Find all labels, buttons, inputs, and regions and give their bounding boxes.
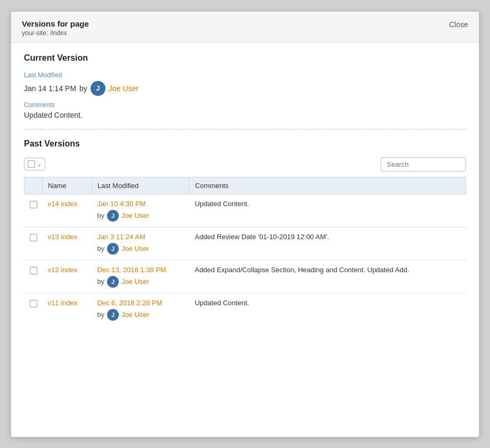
row-checkbox[interactable]: [30, 234, 37, 241]
current-version-title: Current Version: [24, 53, 466, 63]
row-modified-date: Jan 10 4:30 PM: [97, 200, 184, 208]
by-word: by: [97, 211, 104, 219]
row-modified-date: Jan 3 11:24 AM: [97, 233, 184, 241]
last-modified-line: Jan 14 1:14 PM by J Joe User: [24, 81, 466, 96]
search-input[interactable]: [381, 157, 466, 172]
col-name: Name: [43, 177, 92, 194]
row-modified-cell: Jan 10 4:30 PMbyJJoe User: [92, 194, 189, 227]
row-comment-cell: Updated Content.: [190, 293, 466, 326]
by-word: by: [97, 278, 104, 286]
row-checkbox-cell: [24, 260, 43, 293]
row-name-cell: v12 index: [43, 260, 92, 293]
row-comment-cell: Added Expand/Collapse Section, Heading a…: [190, 260, 466, 293]
version-name[interactable]: index: [61, 299, 77, 307]
versions-table: Name Last Modified Comments v14 indexJan…: [24, 177, 466, 326]
table-row: v12 indexDec 13, 2018 1:38 PMbyJJoe User…: [24, 260, 466, 293]
row-modified-cell: Dec 6, 2018 2:28 PMbyJJoe User: [92, 293, 189, 326]
dialog-body: Current Version Last Modified Jan 14 1:1…: [11, 43, 479, 437]
row-name-cell: v11 index: [43, 293, 92, 326]
row-avatar: J: [107, 210, 119, 222]
row-avatar: J: [107, 309, 119, 321]
by-word: by: [79, 84, 87, 93]
chevron-down-icon[interactable]: ⌄: [37, 161, 42, 167]
version-name[interactable]: index: [61, 266, 77, 274]
row-checkbox-cell: [24, 227, 43, 260]
row-name-cell: v14 index: [43, 194, 92, 227]
col-last-modified: Last Modified: [92, 177, 189, 194]
comments-label: Comments: [24, 101, 466, 109]
user-name-link[interactable]: Joe User: [109, 84, 138, 93]
row-name-cell: v13 index: [43, 227, 92, 260]
version-id-link[interactable]: v11: [48, 299, 61, 307]
row-user-name[interactable]: Joe User: [121, 311, 149, 319]
past-versions-section: Past Versions ⌄ Name Last Modified Comme…: [24, 139, 466, 326]
version-id-link[interactable]: v14: [48, 200, 61, 208]
row-user-name[interactable]: Joe User: [121, 278, 149, 286]
row-modified-cell: Jan 3 11:24 AMbyJJoe User: [92, 227, 189, 260]
row-modified-cell: Dec 13, 2018 1:38 PMbyJJoe User: [92, 260, 189, 293]
version-name[interactable]: index: [61, 200, 77, 208]
current-comment: Updated Content.: [24, 111, 466, 119]
dialog-subtitle: your-site: /index: [22, 29, 89, 37]
last-modified-value: Jan 14 1:14 PM: [24, 84, 76, 93]
row-user-name[interactable]: Joe User: [121, 245, 149, 252]
select-all-dropdown[interactable]: ⌄: [24, 158, 45, 170]
row-comment-cell: Updated Content.: [190, 194, 466, 227]
col-comments: Comments: [190, 177, 466, 194]
version-id-link[interactable]: v12: [48, 266, 61, 274]
row-by-line: byJJoe User: [97, 210, 184, 222]
dialog-header: Versions for page your-site: /index Clos…: [11, 12, 479, 43]
row-by-line: byJJoe User: [97, 309, 184, 321]
row-checkbox[interactable]: [30, 201, 37, 208]
row-by-line: byJJoe User: [97, 276, 184, 288]
versions-dialog: Versions for page your-site: /index Clos…: [11, 11, 479, 437]
select-all-checkbox[interactable]: [28, 160, 35, 168]
by-word: by: [97, 311, 104, 319]
row-checkbox[interactable]: [30, 267, 37, 274]
past-versions-title: Past Versions: [24, 139, 466, 149]
row-checkbox[interactable]: [30, 300, 37, 307]
dialog-title-block: Versions for page your-site: /index: [22, 19, 89, 37]
table-row: v14 indexJan 10 4:30 PMbyJJoe UserUpdate…: [24, 194, 466, 227]
version-name[interactable]: index: [61, 233, 77, 241]
table-header-row: Name Last Modified Comments: [24, 177, 466, 194]
dialog-title: Versions for page: [22, 19, 89, 28]
current-version-section: Current Version Last Modified Jan 14 1:1…: [24, 53, 466, 119]
row-checkbox-cell: [24, 194, 43, 227]
section-divider-1: [24, 129, 466, 129]
past-versions-toolbar: ⌄: [24, 157, 466, 172]
row-comment-cell: Added Review Date '01-10-2019 12:00 AM'.: [190, 227, 466, 260]
col-checkbox: [24, 177, 43, 194]
version-id-link[interactable]: v13: [48, 233, 61, 241]
row-avatar: J: [107, 276, 119, 288]
avatar: J: [91, 81, 105, 96]
row-modified-date: Dec 13, 2018 1:38 PM: [97, 266, 184, 274]
row-avatar: J: [107, 243, 119, 255]
close-button[interactable]: Close: [449, 19, 468, 29]
last-modified-label: Last Modified: [24, 71, 466, 79]
table-row: v13 indexJan 3 11:24 AMbyJJoe UserAdded …: [24, 227, 466, 260]
table-row: v11 indexDec 6, 2018 2:28 PMbyJJoe UserU…: [24, 293, 466, 326]
row-user-name[interactable]: Joe User: [121, 211, 149, 219]
row-by-line: byJJoe User: [97, 243, 184, 255]
row-checkbox-cell: [24, 293, 43, 326]
row-modified-date: Dec 6, 2018 2:28 PM: [97, 299, 184, 307]
by-word: by: [97, 245, 104, 252]
